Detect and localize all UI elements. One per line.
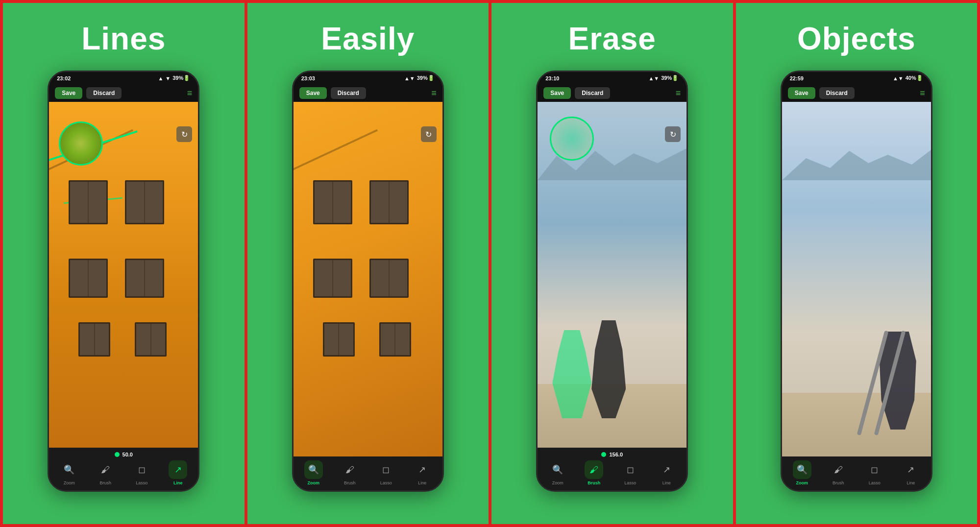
tool-zoom-4[interactable]: 🔍 Zoom bbox=[793, 460, 811, 485]
line-icon-wrap-1[interactable]: ↗ bbox=[169, 460, 187, 479]
bottom-toolbar-4: 🔍 Zoom 🖌 Brush ◻ Lasso bbox=[782, 456, 931, 490]
status-battery-icon-4: 40%🔋 bbox=[906, 75, 923, 81]
lasso-label-3: Lasso bbox=[624, 480, 636, 485]
tool-line-2[interactable]: ↗ Line bbox=[413, 460, 432, 485]
status-time-4: 22:59 bbox=[790, 75, 804, 81]
tool-brush-3[interactable]: 🖌 Brush bbox=[585, 460, 603, 485]
line-label-3: Line bbox=[662, 480, 671, 485]
line-icon-3: ↗ bbox=[663, 464, 670, 475]
lasso-icon-2: ◻ bbox=[382, 464, 390, 475]
phone-mockup-1: 23:02 ▲ ▼ 39%🔋 Save Discard ≡ bbox=[48, 71, 199, 492]
mountain-svg-4 bbox=[782, 141, 931, 180]
status-bar-3: 23:10 ▲▼ 39%🔋 bbox=[538, 72, 686, 84]
save-button-3[interactable]: Save bbox=[543, 87, 571, 99]
bottom-toolbar-1: 50.0 🔍 Zoom 🖌 Brush ◻ bbox=[49, 448, 198, 490]
brush-icon-4: 🖌 bbox=[834, 465, 843, 475]
brush-label-2: Brush bbox=[344, 480, 356, 485]
redo-button-3[interactable]: ↻ bbox=[665, 126, 681, 142]
lasso-label-1: Lasso bbox=[136, 480, 147, 485]
building-window-1 bbox=[69, 180, 108, 224]
building-window-2-1 bbox=[313, 180, 352, 224]
line-icon-wrap-4[interactable]: ↗ bbox=[902, 460, 920, 479]
tool-zoom-2[interactable]: 🔍 Zoom bbox=[304, 460, 323, 485]
line-icon-wrap-2[interactable]: ↗ bbox=[413, 460, 432, 479]
status-wifi-icon: ▼ bbox=[165, 75, 171, 81]
zoom-label-4: Zoom bbox=[796, 480, 808, 485]
tool-line-4[interactable]: ↗ Line bbox=[902, 460, 920, 485]
toolbar-3: Save Discard ≡ bbox=[538, 84, 686, 102]
tools-row-3: 🔍 Zoom 🖌 Brush ◻ Lasso bbox=[539, 460, 685, 485]
brush-icon-wrap-1[interactable]: 🖌 bbox=[96, 460, 115, 479]
building-window-3 bbox=[69, 259, 108, 298]
discard-button-1[interactable]: Discard bbox=[86, 87, 122, 99]
zoom-icon-wrap-4[interactable]: 🔍 bbox=[793, 460, 811, 479]
tools-row-2: 🔍 Zoom 🖌 Brush ◻ Lasso bbox=[295, 460, 441, 485]
tool-lasso-3[interactable]: ◻ Lasso bbox=[621, 460, 639, 485]
toolbar-left-1: Save Discard bbox=[55, 87, 122, 99]
brush-label-1: Brush bbox=[99, 480, 111, 485]
zoom-icon-1: 🔍 bbox=[64, 464, 74, 475]
toolbar-1: Save Discard ≡ bbox=[49, 84, 198, 102]
building-window-2 bbox=[125, 180, 164, 224]
building-window-2-3 bbox=[313, 259, 352, 298]
brush-icon-wrap-4[interactable]: 🖌 bbox=[829, 460, 848, 479]
tool-line-3[interactable]: ↗ Line bbox=[657, 460, 676, 485]
status-battery-icon-2: 39%🔋 bbox=[417, 75, 435, 81]
bottom-toolbar-3: 156.0 🔍 Zoom 🖌 Brush ◻ bbox=[538, 448, 686, 490]
redo-button-2[interactable]: ↻ bbox=[421, 126, 437, 142]
lasso-icon-wrap-2[interactable]: ◻ bbox=[377, 460, 395, 479]
size-value-1: 50.0 bbox=[122, 452, 133, 457]
brush-icon-wrap-3[interactable]: 🖌 bbox=[585, 460, 603, 479]
status-battery-icon-3: 39%🔋 bbox=[661, 75, 679, 81]
menu-icon-4[interactable]: ≡ bbox=[920, 88, 925, 98]
lasso-label-2: Lasso bbox=[380, 480, 392, 485]
line-label-4: Line bbox=[906, 480, 915, 485]
status-icons-2: ▲▼ 39%🔋 bbox=[404, 75, 435, 81]
brush-icon-wrap-2[interactable]: 🖌 bbox=[341, 460, 359, 479]
save-button-2[interactable]: Save bbox=[299, 87, 327, 99]
phone-mockup-3: 23:10 ▲▼ 39%🔋 Save Discard ≡ bbox=[536, 71, 688, 492]
magnifier-3 bbox=[550, 117, 594, 161]
zoom-icon-wrap-1[interactable]: 🔍 bbox=[60, 460, 78, 479]
tool-brush-1[interactable]: 🖌 Brush bbox=[96, 460, 115, 485]
redo-button-1[interactable]: ↻ bbox=[176, 126, 192, 142]
zoom-icon-wrap-2[interactable]: 🔍 bbox=[304, 460, 323, 479]
zoom-icon-wrap-3[interactable]: 🔍 bbox=[548, 460, 567, 479]
discard-button-4[interactable]: Discard bbox=[819, 87, 855, 99]
photo-area-4 bbox=[782, 102, 931, 456]
lasso-icon-wrap-1[interactable]: ◻ bbox=[132, 460, 151, 479]
tool-brush-4[interactable]: 🖌 Brush bbox=[829, 460, 848, 485]
tool-lasso-1[interactable]: ◻ Lasso bbox=[132, 460, 151, 485]
line-icon-4: ↗ bbox=[907, 464, 914, 475]
tool-zoom-3[interactable]: 🔍 Zoom bbox=[548, 460, 567, 485]
discard-button-3[interactable]: Discard bbox=[575, 87, 610, 99]
save-button-4[interactable]: Save bbox=[788, 87, 815, 99]
tool-zoom-1[interactable]: 🔍 Zoom bbox=[60, 460, 78, 485]
discard-button-2[interactable]: Discard bbox=[331, 87, 366, 99]
lasso-icon-wrap-3[interactable]: ◻ bbox=[621, 460, 639, 479]
shadow-line-2 bbox=[294, 129, 378, 172]
line-icon-wrap-3[interactable]: ↗ bbox=[657, 460, 676, 479]
tool-lasso-4[interactable]: ◻ Lasso bbox=[865, 460, 884, 485]
tool-brush-2[interactable]: 🖌 Brush bbox=[341, 460, 359, 485]
panel-title-easily: Easily bbox=[321, 21, 415, 57]
zoom-label-1: Zoom bbox=[64, 480, 75, 485]
lasso-icon-wrap-4[interactable]: ◻ bbox=[865, 460, 884, 479]
status-time-1: 23:02 bbox=[57, 75, 71, 81]
status-battery-icon: 39%🔋 bbox=[172, 75, 190, 81]
phone-mockup-4: 22:59 ▲▼ 40%🔋 Save Discard ≡ bbox=[781, 71, 932, 492]
size-dot-3 bbox=[601, 452, 606, 457]
lasso-icon-4: ◻ bbox=[871, 464, 878, 475]
tool-line-1[interactable]: ↗ Line bbox=[169, 460, 187, 485]
menu-icon-2[interactable]: ≡ bbox=[431, 88, 437, 98]
panel-lines: Lines 23:02 ▲ ▼ 39%🔋 Save Discard ≡ bbox=[3, 3, 245, 524]
brush-icon-3: 🖌 bbox=[589, 465, 598, 475]
tool-lasso-2[interactable]: ◻ Lasso bbox=[377, 460, 395, 485]
zoom-icon-2: 🔍 bbox=[308, 464, 319, 475]
status-bar-1: 23:02 ▲ ▼ 39%🔋 bbox=[49, 72, 198, 84]
save-button-1[interactable]: Save bbox=[55, 87, 82, 99]
panel-easily: Easily 23:03 ▲▼ 39%🔋 Save Discard ≡ bbox=[245, 3, 489, 524]
menu-icon-1[interactable]: ≡ bbox=[187, 88, 193, 98]
size-dot-1 bbox=[115, 452, 120, 457]
menu-icon-3[interactable]: ≡ bbox=[676, 88, 681, 98]
